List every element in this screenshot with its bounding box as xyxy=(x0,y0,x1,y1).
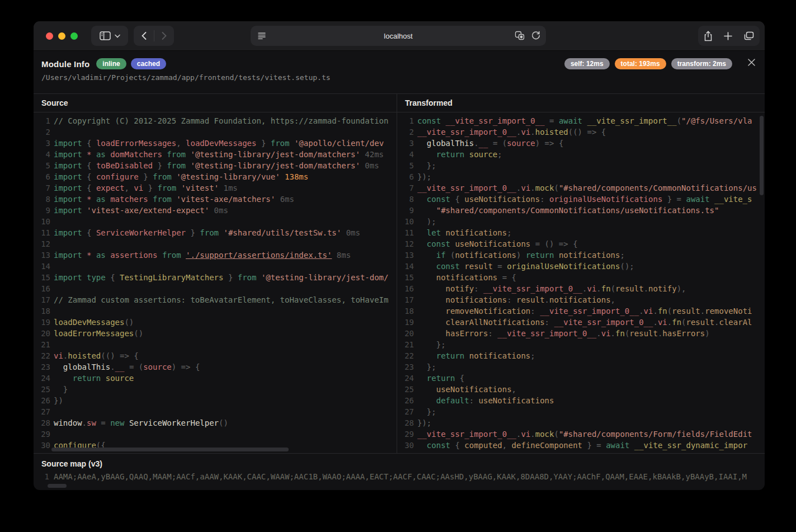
code-token: ) => { xyxy=(535,138,564,149)
code-token: : xyxy=(540,194,549,205)
sidebar-toggle-button[interactable] xyxy=(91,26,128,46)
code-token: }) xyxy=(54,395,63,406)
close-window-button[interactable] xyxy=(46,32,53,40)
code-token: source xyxy=(143,361,172,373)
code-token: __vite_ssr_import_0__ xyxy=(497,328,596,339)
code-token: '#shared/utils/testSw.ts' xyxy=(223,227,341,238)
code-token: : xyxy=(545,317,554,328)
code-line: 17// Zammad custom assertions: toBeAvata… xyxy=(34,294,397,305)
code-line: 18 xyxy=(34,305,397,317)
code-token: } = xyxy=(582,440,606,451)
code-token: from xyxy=(157,182,181,194)
code-token: }); xyxy=(417,171,431,182)
line-number: 6 xyxy=(397,171,417,182)
code-line: 22vi.hoisted(() => { xyxy=(34,350,397,361)
line-number: 27 xyxy=(34,406,54,417)
code-token: import xyxy=(54,149,87,160)
code-line: 18 removeNotification: __vite_ssr_import… xyxy=(397,305,765,317)
line-number: 30 xyxy=(34,440,54,451)
reload-icon[interactable] xyxy=(531,31,540,40)
new-tab-button[interactable] xyxy=(724,32,732,40)
code-token: ); xyxy=(417,216,436,227)
line-number: 15 xyxy=(34,272,54,283)
code-token: __vite_ssr_import_0__ xyxy=(483,283,582,294)
code-line: 25 } xyxy=(34,384,397,395)
code-token: . xyxy=(516,126,521,138)
sourcemap-title: Source map (v3) xyxy=(41,459,765,468)
code-line: 26 default: useNotifications xyxy=(397,395,765,406)
code-token: // Zammad custom assertions: toBeAvatarE… xyxy=(54,294,388,305)
vertical-scrollbar[interactable] xyxy=(760,116,764,195)
code-token: * xyxy=(87,194,91,205)
code-token: await xyxy=(686,194,714,205)
horizontal-scrollbar[interactable] xyxy=(51,448,289,451)
tab-overview-button[interactable] xyxy=(744,31,754,40)
line-number: 18 xyxy=(397,305,417,317)
line-number: 25 xyxy=(34,384,54,395)
close-icon xyxy=(747,58,756,67)
code-line: 14 xyxy=(34,261,397,272)
share-button[interactable] xyxy=(704,31,713,41)
line-number: 3 xyxy=(397,138,417,149)
code-token: , xyxy=(611,294,615,305)
code-line: 16 xyxy=(34,283,397,294)
code-token xyxy=(417,272,436,283)
code-line: 22 return notifications; xyxy=(397,350,765,361)
module-link[interactable]: './support/assertions/index.ts' xyxy=(186,249,332,261)
code-token: __vite_ssr_import_0__ xyxy=(417,182,516,194)
code-line: 23 globalThis.__ = (source) => { xyxy=(34,361,397,373)
transformed-code[interactable]: 1const __vite_ssr_import_0__ = await __v… xyxy=(397,112,765,453)
code-token: 138ms xyxy=(280,171,309,182)
line-number: 15 xyxy=(397,272,417,283)
code-token: . xyxy=(82,417,87,429)
code-token: "#shared/components/CommonNotifications/… xyxy=(559,182,757,194)
code-token: ) xyxy=(516,249,526,261)
code-token: ; xyxy=(620,249,624,261)
code-token: . xyxy=(700,305,705,317)
forward-button[interactable] xyxy=(154,26,174,46)
translate-icon[interactable] xyxy=(515,31,525,40)
module-badges: inlinecached xyxy=(96,58,166,69)
code-token: 1ms xyxy=(219,182,238,194)
code-token: source xyxy=(469,149,498,160)
code-token: } xyxy=(54,384,68,395)
back-icon xyxy=(142,32,147,40)
code-line: 7__vite_ssr_import_0__.vi.mock("#shared/… xyxy=(397,182,765,194)
line-number: 28 xyxy=(34,417,54,429)
code-token: fn xyxy=(615,328,625,339)
code-line: 8import * as matchers from 'vitest-axe/m… xyxy=(34,194,397,205)
code-token: : xyxy=(469,395,479,406)
zoom-window-button[interactable] xyxy=(70,32,78,40)
line-number: 4 xyxy=(34,149,54,160)
minimize-window-button[interactable] xyxy=(58,32,65,40)
code-line: 11import { ServiceWorkerHelper } from '#… xyxy=(34,227,397,238)
line-number: 23 xyxy=(397,361,417,373)
code-token: __ xyxy=(479,138,488,149)
code-token: ServiceWorkerHelper xyxy=(96,227,186,238)
code-token: 6ms xyxy=(275,194,294,205)
line-number: 1 xyxy=(34,115,54,126)
address-bar[interactable]: localhost xyxy=(251,26,546,46)
code-token: return xyxy=(417,350,469,361)
code-token: = { xyxy=(497,272,516,283)
code-token: . xyxy=(110,361,115,373)
sidebar-icon xyxy=(100,31,111,40)
back-button[interactable] xyxy=(134,26,154,46)
source-code[interactable]: 1// Copyright (C) 2012-2025 Zammad Found… xyxy=(34,112,397,453)
code-token: { xyxy=(87,138,96,149)
line-number: 18 xyxy=(34,305,54,317)
code-token: import xyxy=(54,194,87,205)
code-token: . xyxy=(582,283,587,294)
line-number: 29 xyxy=(34,429,54,440)
close-button[interactable] xyxy=(747,58,756,67)
sourcemap-scrollbar[interactable] xyxy=(48,484,67,488)
code-token: 'vitest-axe/matchers' xyxy=(176,194,275,205)
line-number: 13 xyxy=(34,249,54,261)
code-token: } xyxy=(143,182,157,194)
code-token: hoisted xyxy=(68,350,101,361)
code-token: 0ms xyxy=(360,160,379,171)
code-token: removeNotification xyxy=(446,305,531,317)
code-token: } = xyxy=(662,194,686,205)
code-token xyxy=(417,317,446,328)
code-token: __vite_ssr_import_0__ xyxy=(417,126,516,138)
